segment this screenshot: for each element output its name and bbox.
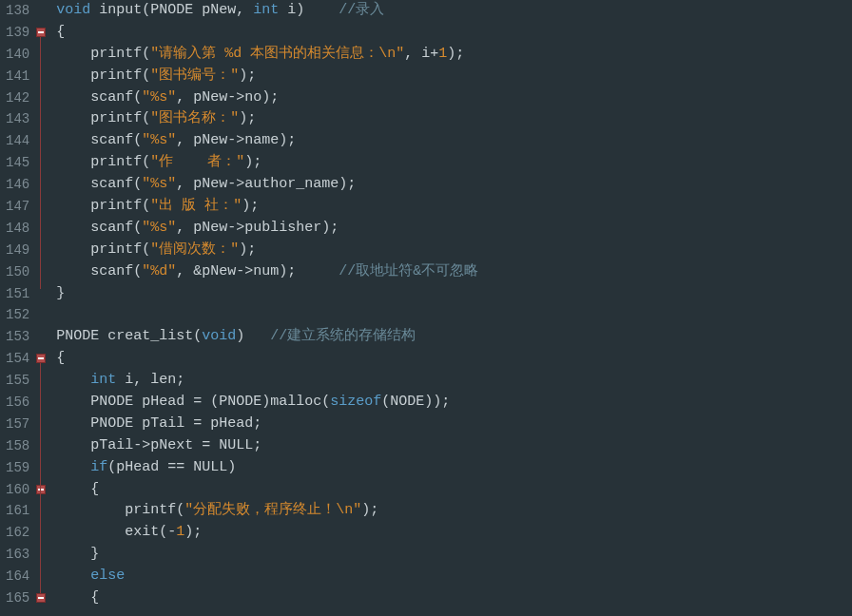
code-line[interactable]: printf("分配失败，程序终止！\n"); xyxy=(56,500,478,522)
code-line[interactable]: printf("作 者："); xyxy=(56,152,478,174)
code-line[interactable]: pTail->pNext = NULL; xyxy=(56,435,478,457)
line-number: 139 xyxy=(6,22,29,44)
line-number: 140 xyxy=(6,44,29,66)
line-number: 158 xyxy=(6,435,29,457)
fold-toggle-icon[interactable] xyxy=(36,28,46,37)
line-number: 164 xyxy=(6,566,29,587)
line-number: 159 xyxy=(6,457,29,479)
line-number: 160 xyxy=(6,479,29,501)
code-line[interactable]: } xyxy=(56,544,478,566)
code-editor: 1381391401411421431441451461471481491501… xyxy=(0,0,852,616)
fold-guide xyxy=(40,363,41,593)
code-line[interactable]: scanf("%s", pNew->author_name); xyxy=(56,174,478,196)
line-number: 142 xyxy=(6,87,29,109)
line-number: 157 xyxy=(6,414,29,435)
line-number: 163 xyxy=(6,544,29,566)
code-line[interactable]: printf("图书名称："); xyxy=(56,108,478,130)
code-line[interactable]: PNODE pTail = pHead; xyxy=(56,414,478,435)
line-number: 143 xyxy=(6,108,29,130)
code-line[interactable]: printf("出 版 社："); xyxy=(56,196,478,218)
code-line[interactable]: else xyxy=(56,566,478,587)
code-line[interactable]: } xyxy=(56,283,478,305)
code-line[interactable]: printf("请输入第 %d 本图书的相关信息：\n", i+1); xyxy=(56,44,478,66)
line-number: 161 xyxy=(6,500,29,522)
code-area[interactable]: void input(PNODE pNew, int i) //录入{ prin… xyxy=(48,0,478,616)
line-number: 151 xyxy=(6,283,29,305)
line-number: 154 xyxy=(6,348,29,370)
code-line[interactable]: scanf("%s", pNew->no); xyxy=(56,87,478,109)
line-number: 138 xyxy=(6,0,29,22)
fold-column xyxy=(35,0,48,616)
code-line[interactable]: { xyxy=(56,587,478,609)
code-line[interactable]: { xyxy=(56,348,478,370)
line-number: 145 xyxy=(6,152,29,174)
fold-toggle-icon[interactable] xyxy=(36,593,46,603)
code-line[interactable]: PNODE creat_list(void) //建立系统的存储结构 xyxy=(56,326,478,348)
code-line[interactable]: scanf("%d", &pNew->num); //取地址符&不可忽略 xyxy=(56,261,478,283)
code-line[interactable]: printf("借阅次数："); xyxy=(56,240,478,261)
line-number: 148 xyxy=(6,218,29,240)
code-line[interactable]: { xyxy=(56,479,478,501)
code-line[interactable]: { xyxy=(56,22,478,44)
code-line[interactable]: PNODE pHead = (PNODE)malloc(sizeof(NODE)… xyxy=(56,392,478,414)
line-number: 150 xyxy=(6,261,29,283)
fold-toggle-icon[interactable] xyxy=(36,354,46,363)
code-line[interactable]: if(pHead == NULL) xyxy=(56,457,478,479)
code-line[interactable]: scanf("%s", pNew->name); xyxy=(56,130,478,152)
code-line[interactable]: exit(-1); xyxy=(56,522,478,544)
fold-toggle-icon[interactable] xyxy=(36,485,46,494)
line-number: 165 xyxy=(6,587,29,609)
line-number: 155 xyxy=(6,370,29,392)
code-line[interactable]: int i, len; xyxy=(56,370,478,392)
line-number: 146 xyxy=(6,174,29,196)
fold-guide xyxy=(40,37,41,289)
code-line[interactable]: scanf("%s", pNew->publisher); xyxy=(56,218,478,240)
line-number-gutter: 1381391401411421431441451461471481491501… xyxy=(0,0,35,616)
fold-guide xyxy=(40,494,41,550)
line-number: 152 xyxy=(6,304,29,326)
line-number: 141 xyxy=(6,66,29,87)
code-line[interactable] xyxy=(56,304,478,326)
code-line[interactable]: void input(PNODE pNew, int i) //录入 xyxy=(56,0,478,22)
line-number: 156 xyxy=(6,392,29,414)
code-line[interactable]: printf("图书编号："); xyxy=(56,66,478,87)
line-number: 144 xyxy=(6,130,29,152)
line-number: 149 xyxy=(6,240,29,261)
line-number: 162 xyxy=(6,522,29,544)
line-number: 153 xyxy=(6,326,29,348)
line-number: 147 xyxy=(6,196,29,218)
